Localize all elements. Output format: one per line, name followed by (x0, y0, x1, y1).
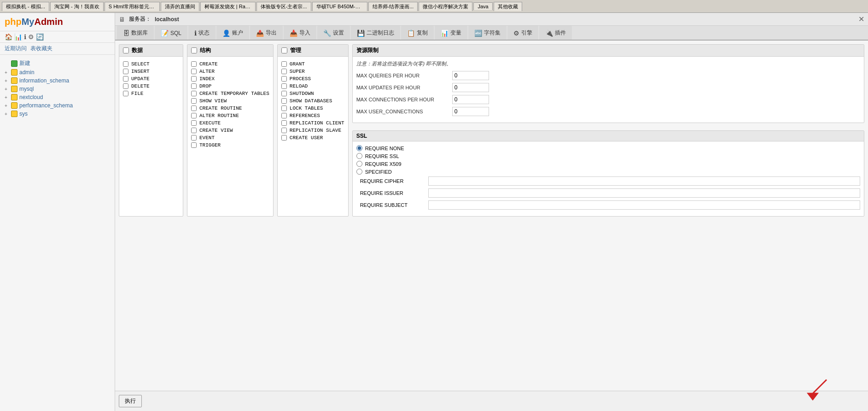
max-updates-label: MAX UPDATES PER HOUR (356, 85, 449, 90)
home-icon[interactable]: 🏠 (5, 33, 12, 41)
radio-require-none[interactable] (356, 145, 362, 151)
arrow-hint (804, 377, 831, 400)
db-mysql[interactable]: + mysql (3, 85, 112, 93)
checkbox-shutdown[interactable] (281, 91, 287, 96)
checkbox-create-view[interactable] (191, 128, 197, 133)
info-icon[interactable]: ℹ (24, 33, 26, 41)
chart-icon[interactable]: 📊 (14, 33, 22, 41)
browser-tab-5[interactable]: 树莓派发烧友 | Ras... (200, 2, 256, 11)
checkbox-alter-routine[interactable] (191, 113, 197, 118)
checkbox-alter[interactable] (191, 69, 197, 74)
close-button[interactable]: ✕ (858, 15, 864, 23)
checkbox-create-user[interactable] (281, 135, 287, 141)
bookmarks-link[interactable]: 表收藏夹 (30, 45, 52, 53)
checkbox-file[interactable] (123, 91, 128, 96)
db-admin[interactable]: + admin (3, 68, 112, 76)
browser-tab-2[interactable]: 淘宝网 - 淘！我喜欢 (50, 2, 104, 11)
db-name[interactable]: admin (19, 69, 35, 76)
tab-import[interactable]: 📥 导入 (284, 26, 316, 40)
checkbox-trigger[interactable] (191, 142, 197, 148)
data-select-all-checkbox[interactable] (123, 47, 129, 53)
tab-status[interactable]: ℹ 状态 (188, 26, 216, 40)
tab-charset[interactable]: 🔤 字符集 (468, 26, 507, 40)
data-section-body: SELECT INSERT UPDATE DELETE (119, 57, 183, 101)
radio-specified[interactable] (356, 169, 362, 175)
browser-tab-11[interactable]: 其他收藏 (494, 2, 522, 11)
db-name[interactable]: nextcloud (19, 94, 43, 100)
checkbox-show-databases[interactable] (281, 98, 287, 104)
checkbox-create-temp[interactable] (191, 91, 197, 96)
checkbox-index[interactable] (191, 76, 197, 82)
tab-database[interactable]: 🗄 数据库 (117, 26, 154, 40)
checkbox-create[interactable] (191, 61, 197, 67)
require-cipher-input[interactable] (428, 176, 860, 186)
tab-export[interactable]: 📤 导出 (250, 26, 283, 40)
max-user-connections-row: MAX USER_CONNECTIONS (356, 107, 860, 116)
checkbox-reload[interactable] (281, 83, 287, 89)
new-database-item[interactable]: 新建 (3, 59, 112, 68)
checkbox-process[interactable] (281, 76, 287, 82)
checkbox-execute[interactable] (191, 120, 197, 126)
require-issuer-input[interactable] (428, 188, 860, 198)
gear-icon[interactable]: ⚙ (28, 33, 34, 41)
browser-tab-3[interactable]: S Html常用标签元素... (105, 2, 160, 11)
db-name[interactable]: sys (19, 111, 28, 117)
tab-accounts[interactable]: 👤 账户 (216, 26, 249, 40)
new-item-label[interactable]: 新建 (19, 59, 30, 67)
tab-import-label: 导入 (299, 29, 310, 37)
db-name[interactable]: information_schema (19, 77, 69, 84)
replication-tab-icon: 📋 (407, 29, 415, 37)
db-sys[interactable]: + sys (3, 110, 112, 118)
checkbox-super[interactable] (281, 69, 287, 74)
tab-settings[interactable]: 🔧 设置 (317, 26, 350, 40)
max-user-connections-input[interactable] (452, 107, 489, 116)
max-updates-input[interactable] (452, 83, 489, 92)
structure-select-all-checkbox[interactable] (191, 47, 197, 53)
tab-plugins[interactable]: 🔌 插件 (539, 26, 572, 40)
radio-require-ssl[interactable] (356, 153, 362, 159)
max-connections-input[interactable] (452, 95, 489, 104)
checkbox-select[interactable] (123, 61, 128, 67)
browser-tab-4[interactable]: 清弄的直播间 (161, 2, 199, 11)
expander-icon: + (5, 112, 9, 117)
require-subject-input[interactable] (428, 200, 860, 210)
checkbox-drop[interactable] (191, 83, 197, 89)
tab-engine[interactable]: ⚙ 引擎 (507, 26, 538, 40)
db-information-schema[interactable]: + information_schema (3, 76, 112, 85)
checkbox-grant[interactable] (281, 61, 287, 67)
browser-tab-9[interactable]: 微信小程序解决方案 (419, 2, 472, 11)
checkbox-create-routine[interactable] (191, 106, 197, 111)
checkbox-replication-client[interactable] (281, 120, 287, 126)
checkbox-delete[interactable] (123, 83, 128, 89)
db-name[interactable]: performance_schema (19, 102, 73, 109)
tab-sql[interactable]: 📝 SQL (155, 26, 187, 40)
recent-visits-link[interactable]: 近期访问 (5, 45, 27, 53)
tab-variables[interactable]: 📊 变量 (435, 26, 467, 40)
browser-tab-1[interactable]: 模拟换机 - 模拟... (2, 2, 49, 11)
execute-button[interactable]: 执行 (119, 395, 142, 407)
priv-alter-routine: ALTER ROUTINE (191, 112, 269, 119)
priv-create-routine: CREATE ROUTINE (191, 105, 269, 112)
browser-tab-8[interactable]: 结养师-结养漫画... (368, 2, 418, 11)
max-queries-input[interactable] (452, 71, 489, 80)
checkbox-insert[interactable] (123, 69, 128, 74)
browser-tab-6[interactable]: 体验版专区-主者宗... (256, 2, 311, 11)
tab-replication[interactable]: 📋 复制 (401, 26, 434, 40)
db-performance-schema[interactable]: + performance_schema (3, 101, 112, 110)
db-name[interactable]: mysql (19, 86, 34, 92)
admin-select-all-checkbox[interactable] (281, 47, 287, 53)
tab-binlog[interactable]: 💾 二进制日志 (351, 26, 400, 40)
db-nextcloud[interactable]: + nextcloud (3, 93, 112, 101)
priv-alter-label: ALTER (199, 69, 215, 74)
checkbox-event[interactable] (191, 135, 197, 141)
checkbox-update[interactable] (123, 76, 128, 82)
checkbox-replication-slave[interactable] (281, 128, 287, 133)
logo-admin: Admin (34, 17, 63, 27)
refresh-icon[interactable]: 🔄 (36, 33, 44, 41)
browser-tab-7[interactable]: 华硕TUF B450M-PR... (312, 2, 367, 11)
radio-require-x509[interactable] (356, 161, 362, 167)
checkbox-lock-tables[interactable] (281, 106, 287, 111)
checkbox-references[interactable] (281, 113, 287, 118)
checkbox-show-view[interactable] (191, 98, 197, 104)
browser-tab-10[interactable]: Java (473, 2, 492, 10)
